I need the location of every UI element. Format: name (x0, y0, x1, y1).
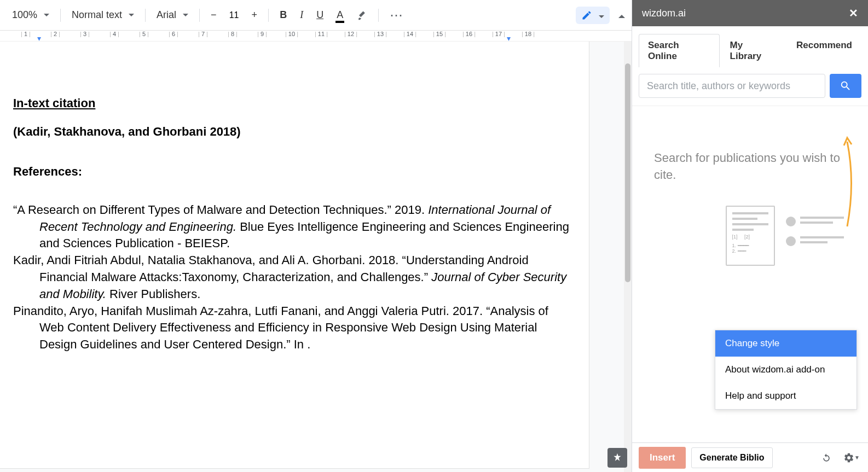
ruler-mark: | 15 | (425, 31, 454, 37)
highlight-button[interactable] (351, 7, 373, 24)
wizdom-sidebar: wizdom.ai ✕ Search Online My Library Rec… (632, 0, 868, 472)
search-button[interactable] (830, 74, 861, 98)
ruler-mark: | 3 | (70, 31, 100, 37)
ruler-mark: | 18 | (513, 31, 543, 37)
settings-popup: Change style About wizdom.ai add-on Help… (715, 330, 857, 410)
ruler-mark: | 1 | (11, 31, 40, 37)
ruler-mark: | 7 | (188, 31, 218, 37)
ruler-mark: | 9 | (247, 31, 277, 37)
refresh-button[interactable] (817, 448, 836, 468)
menu-change-style[interactable]: Change style (715, 330, 857, 357)
pen-icon (581, 10, 592, 21)
insert-button[interactable]: Insert (639, 447, 686, 469)
ruler-mark: | 4 | (100, 31, 129, 37)
bold-button[interactable]: B (274, 6, 292, 24)
ruler-mark: | 17 | (484, 31, 513, 37)
sidebar-body: Search for publications you wish to cite… (632, 106, 868, 442)
sidebar-footer: Insert Generate Biblio ▼ (632, 442, 868, 472)
tab-recommend[interactable]: Recommend (787, 34, 861, 67)
toolbar: 100% Normal text Arial − + B I U A (0, 0, 632, 31)
ruler-mark: | 11 | (306, 31, 336, 37)
more-options-button[interactable] (384, 4, 409, 26)
font-size-input[interactable] (224, 10, 244, 20)
italic-button[interactable]: I (294, 6, 309, 24)
decrease-font-button[interactable]: − (205, 6, 222, 24)
zoom-dropdown[interactable]: 100% (7, 6, 55, 24)
text-color-button[interactable]: A (331, 6, 349, 24)
heading-intext[interactable]: In-text citation (13, 96, 576, 110)
increase-font-button[interactable]: + (246, 6, 263, 24)
ruler-mark: | 16 | (454, 31, 484, 37)
menu-help-support[interactable]: Help and support (715, 383, 857, 409)
page[interactable]: In-text citation (Kadir, Stakhanova, and… (0, 42, 589, 468)
document-area[interactable]: In-text citation (Kadir, Stakhanova, and… (0, 42, 632, 472)
star-plus-icon (612, 452, 623, 463)
close-sidebar-button[interactable]: ✕ (849, 7, 858, 20)
underline-button[interactable]: U (311, 6, 329, 24)
ruler-mark: | 12 | (336, 31, 366, 37)
generate-biblio-button[interactable]: Generate Biblio (691, 447, 772, 468)
vertical-scrollbar[interactable] (624, 42, 632, 472)
gear-icon (843, 452, 854, 463)
search-icon (840, 80, 852, 92)
ruler-mark: | 6 | (159, 31, 188, 37)
reference-3[interactable]: Pinandito, Aryo, Hanifah Muslimah Az-zah… (13, 303, 576, 353)
ruler-mark: | 14 | (395, 31, 425, 37)
ruler-mark: | 2 | (40, 31, 70, 37)
ruler-mark: | 13 | (366, 31, 395, 37)
sidebar-header: wizdom.ai ✕ (632, 0, 868, 26)
search-prompt-text: Search for publications you wish to cite… (643, 117, 857, 195)
menu-about-addon[interactable]: About wizdom.ai add-on (715, 357, 857, 383)
search-input[interactable] (639, 74, 825, 98)
sidebar-tabs: Search Online My Library Recommend (632, 26, 868, 67)
collapse-toolbar-button[interactable] (618, 10, 625, 20)
intext-citation[interactable]: (Kadir, Stakhanova, and Ghorbani 2018) (13, 124, 576, 141)
font-family-dropdown[interactable]: Arial (151, 6, 194, 24)
ruler-mark: | 10 | (277, 31, 306, 37)
ruler-mark: | 5 | (129, 31, 159, 37)
settings-button[interactable]: ▼ (842, 448, 861, 468)
heading-references[interactable]: References: (13, 165, 576, 179)
highlighter-icon (356, 10, 367, 21)
tab-search-online[interactable]: Search Online (639, 34, 720, 67)
ruler[interactable]: ▾ ▾ | 1 || 2 || 3 || 4 || 5 || 6 || 7 ||… (0, 31, 632, 42)
ruler-mark: | 8 | (218, 31, 247, 37)
editing-mode-dropdown[interactable] (576, 7, 610, 24)
search-illustration: [1] [2] 1. ━━━━ 2. ━━━ (643, 206, 857, 266)
explore-button[interactable] (607, 448, 627, 468)
sidebar-title: wizdom.ai (642, 8, 686, 19)
reference-2[interactable]: Kadir, Andi Fitriah Abdul, Natalia Stakh… (13, 252, 576, 302)
paragraph-style-dropdown[interactable]: Normal text (66, 6, 140, 24)
refresh-icon (821, 452, 832, 463)
tab-my-library[interactable]: My Library (721, 34, 786, 67)
reference-1[interactable]: “A Research on Different Types of Malwar… (13, 202, 576, 252)
